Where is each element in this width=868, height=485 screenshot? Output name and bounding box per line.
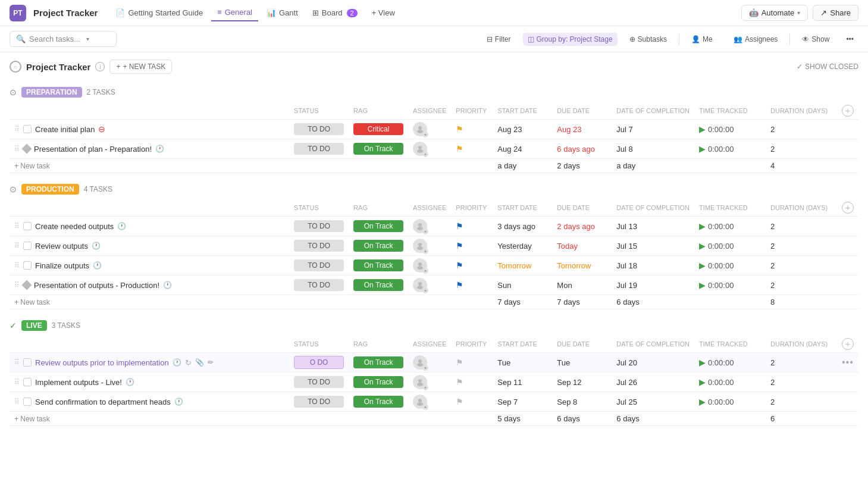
group-by-button[interactable]: ◫ Group by: Project Stage (523, 33, 618, 46)
nav-add-view[interactable]: + View (366, 5, 401, 21)
rag-button[interactable]: Critical (353, 123, 403, 135)
rag-button[interactable]: On Track (353, 240, 403, 252)
play-icon[interactable]: ▶ (699, 241, 706, 251)
assignee-avatar[interactable]: + (413, 239, 427, 253)
play-icon[interactable]: ▶ (699, 397, 706, 406)
task-checkbox[interactable] (23, 125, 32, 133)
filter-button[interactable]: ⊟ Filter (482, 33, 516, 46)
priority-flag[interactable]: ⚑ (456, 358, 463, 367)
drag-handle[interactable]: ⠿ (14, 261, 20, 270)
edit-icon[interactable]: ✏ (208, 358, 214, 367)
new-task-link[interactable]: + New task (14, 298, 50, 306)
play-icon[interactable]: ▶ (699, 124, 706, 134)
rag-button[interactable]: On Track (353, 279, 403, 291)
play-icon[interactable]: ▶ (699, 280, 706, 290)
assignee-avatar[interactable]: + (413, 219, 427, 233)
new-task-link[interactable]: + New task (14, 162, 50, 170)
task-checkbox[interactable] (23, 378, 32, 386)
refresh-icon[interactable]: ↻ (185, 358, 192, 367)
info-icon[interactable]: i (95, 62, 105, 71)
task-checkbox[interactable] (23, 398, 32, 406)
drag-handle[interactable]: ⠿ (14, 378, 20, 386)
assignee-plus-icon[interactable]: + (422, 404, 428, 410)
drag-handle[interactable]: ⠿ (14, 281, 20, 289)
add-column-button[interactable]: + (842, 338, 854, 350)
priority-flag[interactable]: ⚑ (456, 124, 463, 134)
assignees-button[interactable]: 👥 Assignees (729, 33, 782, 46)
assignee-plus-icon[interactable]: + (422, 384, 428, 390)
new-task-link[interactable]: + New task (14, 415, 50, 423)
me-button[interactable]: 👤 Me · (687, 33, 722, 46)
status-button[interactable]: TO DO (294, 240, 344, 252)
nav-general[interactable]: ≡ General (211, 4, 258, 21)
status-button[interactable]: TO DO (294, 376, 344, 388)
minus-icon[interactable]: ⊖ (98, 124, 105, 134)
play-icon[interactable]: ▶ (699, 377, 706, 387)
nav-gantt[interactable]: 📊 Gantt (261, 5, 304, 21)
nav-getting-started[interactable]: 📄 Getting Started Guide (109, 5, 209, 21)
task-checkbox[interactable] (23, 261, 32, 270)
status-button[interactable]: TO DO (294, 279, 344, 291)
assignee-avatar[interactable]: + (413, 278, 427, 292)
assignee-avatar[interactable]: + (413, 395, 427, 409)
assignee-avatar[interactable]: + (413, 142, 427, 156)
assignee-plus-icon[interactable]: + (422, 229, 428, 234)
status-button[interactable]: TO DO (294, 220, 344, 232)
task-checkbox[interactable] (23, 242, 32, 250)
show-closed-button[interactable]: ✓ SHOW CLOSED (797, 62, 858, 71)
play-icon[interactable]: ▶ (699, 261, 706, 270)
section-toggle[interactable]: ⊙ (10, 184, 17, 194)
status-button[interactable]: O DO (294, 356, 344, 369)
assignee-plus-icon[interactable]: + (422, 151, 428, 157)
play-icon[interactable]: ▶ (699, 358, 706, 367)
section-toggle[interactable]: ⊙ (10, 87, 17, 97)
status-button[interactable]: TO DO (294, 396, 344, 408)
assignee-avatar[interactable]: + (413, 355, 427, 370)
rag-button[interactable]: On Track (353, 220, 403, 232)
priority-flag[interactable]: ⚑ (456, 377, 463, 387)
priority-flag[interactable]: ⚑ (456, 397, 463, 406)
row-more-button[interactable]: ••• (842, 357, 854, 367)
priority-flag[interactable]: ⚑ (456, 280, 463, 290)
priority-flag[interactable]: ⚑ (456, 261, 463, 270)
drag-handle[interactable]: ⠿ (14, 358, 20, 367)
status-button[interactable]: TO DO (294, 143, 344, 155)
assignee-plus-icon[interactable]: + (422, 132, 428, 137)
status-button[interactable]: TO DO (294, 259, 344, 271)
section-toggle[interactable]: ✓ (10, 321, 17, 330)
rag-button[interactable]: On Track (353, 259, 403, 271)
rag-button[interactable]: On Track (353, 356, 403, 368)
status-button[interactable]: TO DO (294, 123, 344, 135)
drag-handle[interactable]: ⠿ (14, 398, 20, 406)
assignee-avatar[interactable]: + (413, 375, 427, 389)
rag-button[interactable]: On Track (353, 396, 403, 408)
assignee-plus-icon[interactable]: + (422, 268, 428, 274)
new-task-button[interactable]: + + NEW TASK (109, 60, 172, 74)
play-icon[interactable]: ▶ (699, 221, 706, 231)
drag-handle[interactable]: ⠿ (14, 242, 20, 250)
assignee-plus-icon[interactable]: + (422, 248, 428, 254)
attachment-icon[interactable]: 📎 (195, 358, 204, 367)
priority-flag[interactable]: ⚑ (456, 221, 463, 231)
task-checkbox[interactable] (23, 222, 32, 230)
drag-handle[interactable]: ⠿ (14, 222, 20, 230)
drag-handle[interactable]: ⠿ (14, 125, 20, 133)
assignee-avatar[interactable]: + (413, 122, 427, 136)
priority-flag[interactable]: ⚑ (456, 144, 463, 154)
assignee-plus-icon[interactable]: + (422, 365, 428, 371)
drag-handle[interactable]: ⠿ (14, 145, 20, 153)
rag-button[interactable]: On Track (353, 143, 403, 155)
assignee-plus-icon[interactable]: + (422, 287, 428, 293)
rag-button[interactable]: On Track (353, 376, 403, 388)
add-column-button[interactable]: + (842, 202, 854, 214)
assignee-avatar[interactable]: + (413, 258, 427, 273)
add-column-button[interactable]: + (842, 105, 854, 117)
play-icon[interactable]: ▶ (699, 144, 706, 154)
search-box[interactable]: 🔍 Search tasks... ▾ (10, 31, 117, 47)
priority-flag[interactable]: ⚑ (456, 241, 463, 251)
nav-board[interactable]: ⊞ Board 2 (306, 5, 364, 21)
automate-button[interactable]: 🤖 Automate ▾ (741, 5, 809, 21)
task-checkbox[interactable] (23, 358, 32, 367)
share-button[interactable]: ↗ Share (813, 5, 858, 21)
show-button[interactable]: 👁 Show (797, 33, 834, 46)
